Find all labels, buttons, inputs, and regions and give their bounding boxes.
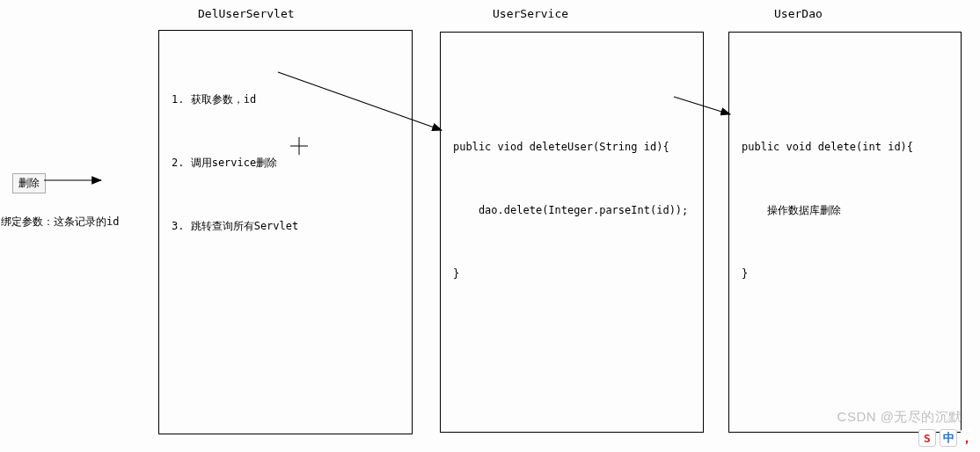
service-line2: dao.delete(Integer.parseInt(id)); <box>453 200 694 221</box>
dao-line1: public void delete(int id){ <box>742 136 952 157</box>
cursor-crosshair-icon <box>289 136 309 158</box>
dao-line2: 操作数据库删除 <box>742 200 952 221</box>
title-dao: UserDao <box>774 7 823 20</box>
box-dao-content: public void delete(int id){ 操作数据库删除 } <box>729 33 961 326</box>
box-servlet: 1. 获取参数，id 2. 调用service删除 3. 跳转查询所有Servl… <box>158 30 413 434</box>
ime-sogou-icon[interactable]: S <box>918 429 936 447</box>
bind-param-note: 绑定参数：这条记录的id <box>1 215 119 230</box>
service-line3: } <box>453 263 694 284</box>
servlet-line3: 3. 跳转查询所有Servlet <box>172 215 403 237</box>
servlet-line1: 1. 获取参数，id <box>172 89 403 110</box>
servlet-line2: 2. 调用service删除 <box>172 152 403 173</box>
delete-button[interactable]: 删除 <box>12 173 46 193</box>
title-servlet: DelUserServlet <box>198 7 295 20</box>
dao-line3: } <box>742 263 952 284</box>
box-service-content: public viod deleteUser(String id){ dao.d… <box>441 33 703 326</box>
box-servlet-content: 1. 获取参数，id 2. 调用service删除 3. 跳转查询所有Servl… <box>159 31 412 279</box>
title-service: UserService <box>493 7 568 20</box>
csdn-watermark: CSDN @无尽的沉默 <box>837 409 962 426</box>
box-service: public viod deleteUser(String id){ dao.d… <box>440 32 704 433</box>
ime-tray: S 中 ， <box>918 429 973 447</box>
ime-punct-icon[interactable]: ， <box>961 429 973 447</box>
ime-chinese-icon[interactable]: 中 <box>940 429 957 447</box>
box-dao: public void delete(int id){ 操作数据库删除 } <box>728 32 962 433</box>
service-line1: public viod deleteUser(String id){ <box>453 136 694 157</box>
